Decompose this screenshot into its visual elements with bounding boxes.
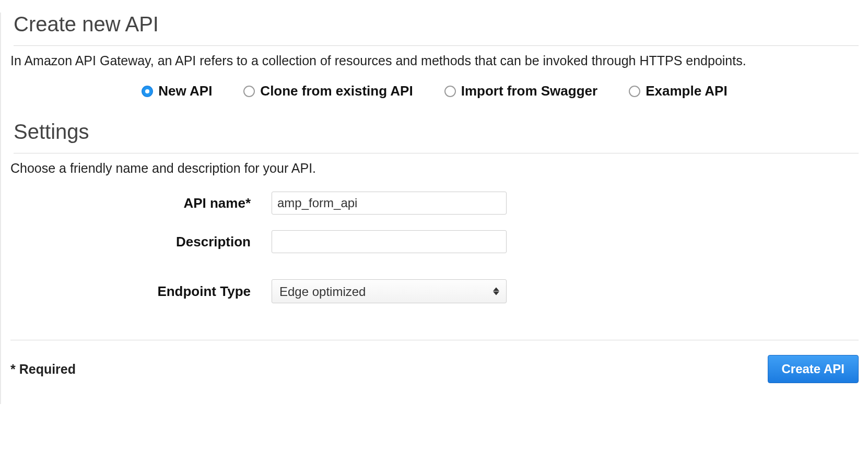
radio-unselected-icon: [629, 86, 640, 97]
endpoint-type-select[interactable]: Edge optimized: [272, 279, 507, 303]
radio-new-api-label: New API: [158, 83, 212, 99]
radio-import-swagger-label: Import from Swagger: [461, 83, 597, 99]
description-input[interactable]: [272, 230, 507, 253]
required-note: * Required: [10, 362, 76, 377]
endpoint-type-label: Endpoint Type: [10, 283, 272, 300]
radio-clone-api-label: Clone from existing API: [260, 83, 413, 99]
description-label: Description: [10, 234, 272, 250]
radio-example-api-label: Example API: [646, 83, 728, 99]
radio-example-api[interactable]: Example API: [629, 83, 728, 99]
footer: * Required Create API: [10, 340, 859, 383]
settings-title: Settings: [14, 120, 859, 153]
settings-form: API name* Description Endpoint Type Edge…: [10, 192, 859, 303]
creation-mode-radio-group: New API Clone from existing API Import f…: [10, 83, 859, 99]
radio-new-api[interactable]: New API: [142, 83, 212, 99]
api-name-label: API name*: [10, 195, 272, 211]
page-title: Create new API: [14, 13, 859, 46]
radio-unselected-icon: [243, 86, 255, 97]
radio-selected-icon: [142, 86, 153, 97]
radio-clone-api[interactable]: Clone from existing API: [243, 83, 413, 99]
page-description: In Amazon API Gateway, an API refers to …: [10, 53, 859, 68]
radio-unselected-icon: [444, 86, 456, 97]
radio-import-swagger[interactable]: Import from Swagger: [444, 83, 597, 99]
api-name-input[interactable]: [272, 192, 507, 215]
create-api-button[interactable]: Create API: [768, 355, 859, 383]
settings-description: Choose a friendly name and description f…: [10, 161, 859, 176]
